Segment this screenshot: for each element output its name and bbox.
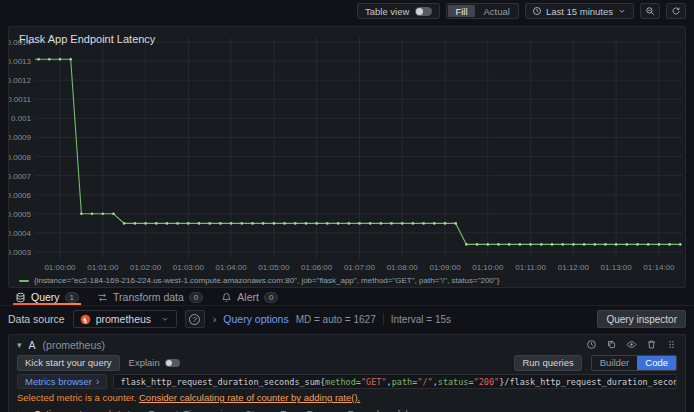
fill-button[interactable]: Fill bbox=[448, 5, 474, 17]
query-editor-card: ▾ A (prometheus) Kick start your query E… bbox=[8, 334, 686, 412]
option-summary-item: Format: Time series bbox=[148, 408, 232, 412]
promql-token: "/" bbox=[417, 377, 432, 387]
builder-code-switch: Builder Code bbox=[591, 355, 677, 371]
tab-count-badge: 0 bbox=[264, 292, 278, 303]
svg-text:0.0012: 0.0012 bbox=[9, 76, 32, 85]
promql-input[interactable]: flask_http_request_duration_seconds_sum{… bbox=[113, 374, 677, 389]
help-circle-icon: ? bbox=[189, 314, 200, 325]
refresh-button[interactable] bbox=[666, 3, 686, 19]
latency-chart[interactable]: 0.00140.00130.00120.00110.0010.00090.000… bbox=[9, 27, 685, 285]
svg-text:01:01:00: 01:01:00 bbox=[87, 263, 119, 272]
time-range-label: Last 15 minutes bbox=[546, 6, 613, 17]
options-label[interactable]: Options bbox=[34, 408, 67, 412]
promql-token: path bbox=[392, 377, 412, 387]
svg-text:0.0013: 0.0013 bbox=[9, 57, 32, 66]
counter-warning: Selected metric is a counter. Consider c… bbox=[9, 391, 685, 403]
query-options-toggle[interactable]: › Query options MD = auto = 1627 Interva… bbox=[213, 313, 451, 325]
query-datasource-hint: (prometheus) bbox=[43, 339, 105, 351]
datasource-help-button[interactable]: ? bbox=[185, 310, 205, 328]
query-options-label[interactable]: Query options bbox=[223, 313, 288, 325]
svg-text:01:06:00: 01:06:00 bbox=[301, 263, 333, 272]
query-toolbar: Kick start your query Explain Run querie… bbox=[9, 354, 685, 374]
table-view-label: Table view bbox=[365, 6, 409, 17]
explain-control: Explain bbox=[129, 357, 180, 368]
refresh-icon bbox=[671, 6, 681, 16]
tab-count-badge: 1 bbox=[65, 292, 79, 303]
caret-down-icon bbox=[617, 6, 627, 16]
collapse-caret-icon[interactable]: ▾ bbox=[17, 340, 22, 350]
query-row-actions bbox=[586, 339, 677, 350]
query-row-header[interactable]: ▾ A (prometheus) bbox=[9, 335, 685, 354]
copy-icon[interactable] bbox=[606, 339, 617, 350]
datasource-picker[interactable]: prometheus bbox=[73, 310, 177, 328]
time-range-picker[interactable]: Last 15 minutes bbox=[525, 3, 634, 19]
builder-option[interactable]: Builder bbox=[592, 356, 638, 370]
latency-panel: Flask App Endpoint Latency 0.00140.00130… bbox=[8, 26, 686, 288]
panel-title[interactable]: Flask App Endpoint Latency bbox=[19, 33, 155, 45]
explain-label: Explain bbox=[129, 357, 160, 368]
datasource-name: prometheus bbox=[96, 313, 151, 325]
max-data-points-value: MD = auto = 1627 bbox=[296, 314, 376, 325]
promql-token: method bbox=[325, 377, 356, 387]
metrics-browser-button[interactable]: Metrics browser › bbox=[17, 374, 107, 389]
warning-link[interactable]: Consider calculating rate of counter by … bbox=[139, 392, 360, 403]
query-ref-id: A bbox=[29, 339, 36, 351]
query-editor-row: Metrics browser › flask_http_request_dur… bbox=[9, 374, 685, 391]
promql-token: status bbox=[438, 377, 469, 387]
run-queries-button[interactable]: Run queries bbox=[514, 355, 581, 371]
svg-text:01:07:00: 01:07:00 bbox=[344, 263, 376, 272]
svg-text:01:04:00: 01:04:00 bbox=[216, 263, 248, 272]
promql-token: flask_http_request_duration_seconds_sum bbox=[120, 377, 320, 387]
tab-label: Query bbox=[31, 291, 60, 303]
promql-token: flask_http_request_duration_seconds_coun… bbox=[509, 377, 677, 387]
database-icon bbox=[15, 292, 26, 303]
tab-alert[interactable]: Alert0 bbox=[212, 289, 287, 305]
tab-label: Alert bbox=[237, 291, 259, 303]
explain-toggle[interactable] bbox=[165, 359, 180, 367]
actual-button[interactable]: Actual bbox=[477, 5, 517, 17]
tab-label: Transform data bbox=[113, 291, 184, 303]
datasource-label: Data source bbox=[8, 313, 65, 325]
tab-transform-data[interactable]: Transform data0 bbox=[88, 289, 212, 305]
promql-token: "200" bbox=[474, 377, 500, 387]
chart-legend: {instance="ec2-184-169-216-224.us-west-1… bbox=[19, 276, 499, 285]
warning-text: Selected metric is a counter. bbox=[17, 392, 136, 403]
kick-start-query-button[interactable]: Kick start your query bbox=[17, 355, 120, 371]
interval-value: Interval = 15s bbox=[391, 314, 451, 325]
code-option[interactable]: Code bbox=[637, 356, 676, 370]
legend-series-label[interactable]: {instance="ec2-184-169-216-224.us-west-1… bbox=[34, 276, 499, 285]
trash-icon[interactable] bbox=[646, 339, 657, 350]
query-options-summary[interactable]: › Options Legend: AutoFormat: Time serie… bbox=[9, 403, 685, 412]
svg-text:0.0004: 0.0004 bbox=[9, 229, 32, 238]
svg-text:01:14:00: 01:14:00 bbox=[643, 263, 675, 272]
svg-text:01:02:00: 01:02:00 bbox=[130, 263, 162, 272]
svg-text:01:09:00: 01:09:00 bbox=[429, 263, 461, 272]
legend-series-marker bbox=[19, 280, 29, 282]
history-icon[interactable] bbox=[586, 339, 597, 350]
transform-icon bbox=[97, 292, 108, 303]
metrics-browser-label: Metrics browser bbox=[25, 376, 92, 387]
option-summary-item: Legend: Auto bbox=[79, 408, 135, 412]
svg-text:0.001: 0.001 bbox=[11, 114, 32, 123]
table-view-toggle[interactable] bbox=[415, 7, 432, 16]
clock-icon bbox=[532, 6, 542, 16]
topbar: Table view Fill Actual Last 15 minutes bbox=[0, 0, 694, 22]
angle-right-icon: › bbox=[17, 408, 21, 412]
table-view-control: Table view bbox=[357, 3, 440, 19]
svg-text:0.0008: 0.0008 bbox=[9, 153, 32, 162]
zoom-out-button[interactable] bbox=[640, 3, 660, 19]
svg-text:01:08:00: 01:08:00 bbox=[387, 263, 419, 272]
drag-handle-icon[interactable] bbox=[666, 339, 677, 350]
svg-text:0.0003: 0.0003 bbox=[9, 248, 32, 257]
option-summary-item: Type: Range bbox=[281, 408, 335, 412]
query-inspector-button[interactable]: Query inspector bbox=[597, 310, 686, 328]
option-summary-item: Exemplars: false bbox=[347, 408, 417, 412]
svg-text:0.0005: 0.0005 bbox=[9, 210, 32, 219]
svg-text:0.0007: 0.0007 bbox=[9, 172, 32, 181]
svg-text:01:12:00: 01:12:00 bbox=[558, 263, 590, 272]
divider bbox=[383, 313, 384, 325]
tab-query[interactable]: Query1 bbox=[6, 289, 88, 305]
svg-text:0.0006: 0.0006 bbox=[9, 191, 32, 200]
eye-icon[interactable] bbox=[626, 339, 637, 350]
magnifier-zoom-out-icon bbox=[645, 6, 655, 16]
